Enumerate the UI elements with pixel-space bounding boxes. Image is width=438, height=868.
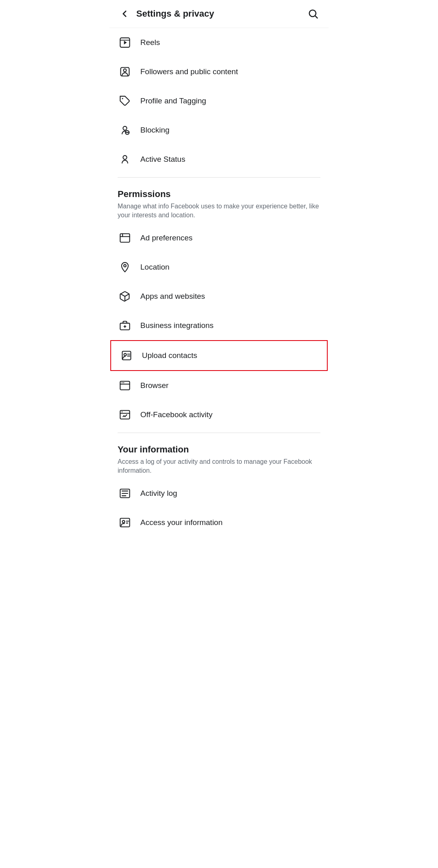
browser-icon xyxy=(118,378,132,393)
blocking-icon xyxy=(118,123,132,137)
apps-websites-icon xyxy=(118,289,132,304)
browser-label: Browser xyxy=(140,381,169,390)
menu-item-followers[interactable]: Followers and public content xyxy=(110,57,328,86)
svg-rect-21 xyxy=(122,351,131,360)
business-integrations-icon xyxy=(118,318,132,333)
menu-item-apps-websites[interactable]: Apps and websites xyxy=(110,282,328,311)
permissions-title: Permissions xyxy=(118,189,320,199)
menu-item-location[interactable]: Location xyxy=(110,253,328,282)
upload-contacts-label: Upload contacts xyxy=(142,351,197,360)
svg-point-9 xyxy=(123,126,127,130)
svg-point-28 xyxy=(123,382,124,383)
reels-icon xyxy=(118,35,132,50)
activity-log-label: Activity log xyxy=(140,489,177,498)
svg-point-31 xyxy=(122,411,122,412)
permissions-description: Manage what info Facebook uses to make y… xyxy=(118,202,320,220)
profile-tagging-label: Profile and Tagging xyxy=(140,96,206,105)
apps-websites-label: Apps and websites xyxy=(140,292,205,301)
access-your-information-label: Access your information xyxy=(140,518,223,527)
svg-point-16 xyxy=(124,264,126,267)
permissions-section-header: Permissions Manage what info Facebook us… xyxy=(110,181,328,223)
svg-rect-25 xyxy=(120,381,129,390)
menu-item-active-status[interactable]: Active Status xyxy=(110,145,328,174)
your-information-title: Your information xyxy=(118,444,320,455)
back-button[interactable] xyxy=(118,7,131,21)
your-information-description: Access a log of your activity and contro… xyxy=(118,457,320,476)
tag-icon xyxy=(118,94,132,108)
active-status-label: Active Status xyxy=(140,155,185,164)
svg-rect-13 xyxy=(120,234,129,242)
divider-1 xyxy=(118,177,320,178)
svg-point-12 xyxy=(123,156,127,159)
off-facebook-activity-label: Off-Facebook activity xyxy=(140,410,213,419)
menu-item-business-integrations[interactable]: Business integrations xyxy=(110,311,328,340)
svg-rect-36 xyxy=(120,518,129,527)
blocking-label: Blocking xyxy=(140,126,170,135)
followers-icon xyxy=(118,64,132,79)
svg-line-1 xyxy=(315,16,317,18)
divider-2 xyxy=(118,433,320,433)
business-integrations-label: Business integrations xyxy=(140,321,214,330)
svg-point-27 xyxy=(122,382,122,383)
location-icon xyxy=(118,260,132,274)
your-information-section-header: Your information Access a log of your ac… xyxy=(110,436,328,479)
menu-item-browser[interactable]: Browser xyxy=(110,371,328,400)
activity-log-icon xyxy=(118,486,132,501)
ad-preferences-icon xyxy=(118,231,132,245)
header: Settings & privacy xyxy=(110,0,328,28)
svg-marker-3 xyxy=(124,41,127,44)
svg-point-22 xyxy=(124,354,127,356)
menu-item-activity-log[interactable]: Activity log xyxy=(110,479,328,508)
menu-item-profile-tagging[interactable]: Profile and Tagging xyxy=(110,86,328,116)
svg-rect-29 xyxy=(120,410,129,419)
access-info-icon xyxy=(118,515,132,530)
menu-item-blocking[interactable]: Blocking xyxy=(110,116,328,145)
ad-preferences-label: Ad preferences xyxy=(140,234,193,242)
upload-contacts-icon xyxy=(119,348,134,363)
menu-item-access-your-information[interactable]: Access your information xyxy=(110,508,328,537)
active-status-icon xyxy=(118,152,132,167)
svg-point-6 xyxy=(124,69,127,72)
svg-point-37 xyxy=(122,520,125,523)
header-left: Settings & privacy xyxy=(118,7,214,21)
reels-label: Reels xyxy=(140,38,160,47)
menu-item-ad-preferences[interactable]: Ad preferences xyxy=(110,223,328,253)
page-title: Settings & privacy xyxy=(136,9,214,19)
menu-item-off-facebook-activity[interactable]: Off-Facebook activity xyxy=(110,400,328,429)
followers-label: Followers and public content xyxy=(140,67,238,76)
location-label: Location xyxy=(140,263,170,272)
menu-item-upload-contacts[interactable]: Upload contacts xyxy=(110,340,328,371)
menu-item-reels[interactable]: Reels xyxy=(110,28,328,57)
search-button[interactable] xyxy=(306,6,320,21)
off-facebook-icon xyxy=(118,407,132,422)
